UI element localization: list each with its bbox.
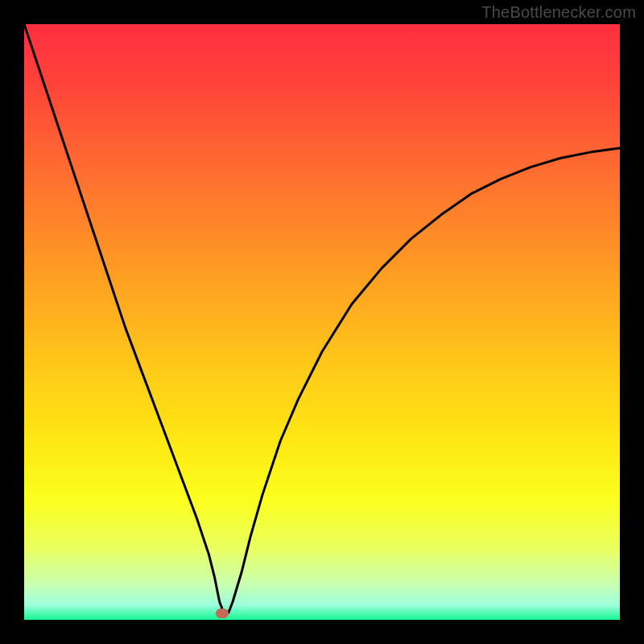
watermark-text: TheBottlenecker.com: [481, 3, 636, 22]
selected-point-marker: [216, 609, 229, 618]
chart-stage: TheBottlenecker.com: [0, 0, 644, 644]
bottleneck-curve: [24, 24, 620, 620]
